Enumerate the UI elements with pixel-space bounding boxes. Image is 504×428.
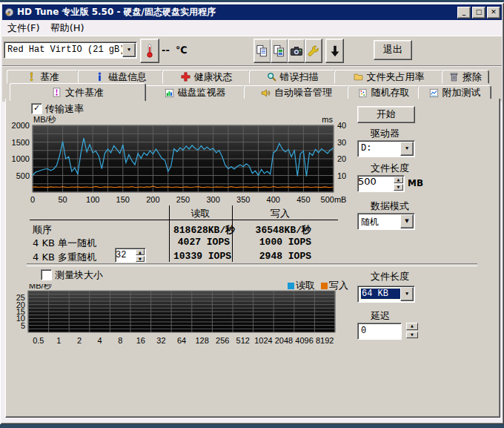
data-mode-arrow[interactable]: ▼ bbox=[400, 214, 414, 228]
maximize-button[interactable]: □ bbox=[472, 7, 485, 19]
health-cross-icon bbox=[181, 72, 190, 82]
tab-folder-usage[interactable]: 文件夹占用率 bbox=[334, 70, 443, 84]
app-window: HD Tune 专业版 5.50 - 硬盘/固态硬盘实用程序 _ □ ✕ 文件(… bbox=[0, 2, 504, 424]
svg-text:20: 20 bbox=[337, 154, 346, 163]
spin-up-icon: ▲ bbox=[139, 250, 142, 254]
options-button[interactable] bbox=[305, 39, 322, 63]
tab-label: 健康状态 bbox=[194, 70, 233, 84]
queue-depth-stepper[interactable]: 32 ▲ ▼ bbox=[115, 248, 146, 263]
data-mode-label: 数据模式 bbox=[371, 200, 409, 213]
svg-text:2048: 2048 bbox=[275, 336, 293, 345]
file-length-stepper[interactable]: 500 ▲ ▼ bbox=[357, 175, 405, 192]
svg-text:400: 400 bbox=[267, 195, 280, 204]
tab-benchmark[interactable]: 基准 bbox=[7, 70, 79, 84]
queue-depth-up-icon[interactable]: ▲ bbox=[136, 249, 145, 255]
block-size-checkbox[interactable] bbox=[41, 269, 52, 280]
svg-text:1000: 1000 bbox=[12, 154, 30, 163]
file-length-down[interactable]: ▼ bbox=[394, 184, 403, 191]
start-button-label: 开始 bbox=[377, 108, 396, 119]
svg-text:8: 8 bbox=[118, 336, 122, 345]
transfer-rate-checkbox-label: 传输速率 bbox=[45, 102, 84, 116]
svg-text:500mB: 500mB bbox=[321, 195, 347, 204]
block-file-length-dropdown[interactable]: 64 KB ▼ bbox=[357, 286, 415, 303]
drive-dropdown-value: D: bbox=[361, 143, 401, 154]
column-header-write: 写入 bbox=[232, 207, 328, 220]
tab-strip: 基准 磁盘信息 健康状态 错误扫描 文件夹占用率 擦除 文件基准 磁盘监视器 bbox=[2, 67, 502, 102]
delay-up-button[interactable]: ▲ bbox=[406, 323, 418, 330]
tab-label: 磁盘监视器 bbox=[178, 86, 226, 99]
data-mode-dropdown[interactable]: 随机 ▼ bbox=[357, 213, 415, 230]
close-button[interactable]: ✕ bbox=[487, 7, 500, 19]
svg-text:0: 0 bbox=[30, 195, 35, 204]
menu-file[interactable]: 文件(F) bbox=[2, 20, 45, 36]
start-button[interactable]: 开始 bbox=[357, 106, 415, 123]
folder-icon bbox=[354, 72, 363, 82]
tab-disk-monitor[interactable]: 磁盘监视器 bbox=[145, 85, 245, 100]
svg-text:10: 10 bbox=[337, 171, 346, 180]
drive-select-arrow[interactable]: ▼ bbox=[122, 43, 136, 57]
drive-label: 驱动器 bbox=[371, 127, 399, 140]
file-length-up[interactable]: ▲ bbox=[394, 177, 403, 183]
delay-stepper: ▲ ▼ bbox=[406, 323, 418, 338]
tab-health[interactable]: 健康状态 bbox=[162, 70, 251, 84]
menu-help[interactable]: 帮助(H) bbox=[45, 20, 90, 36]
save-button[interactable] bbox=[325, 39, 344, 63]
delay-input[interactable]: 0 bbox=[357, 323, 402, 340]
screenshot-button[interactable] bbox=[288, 39, 305, 63]
magnifier-icon bbox=[267, 72, 276, 82]
trash-icon bbox=[449, 72, 459, 82]
svg-text:256: 256 bbox=[216, 336, 229, 345]
temperature-unit: ℃ bbox=[176, 45, 188, 56]
tab-file-benchmark[interactable]: 文件基准 bbox=[10, 83, 146, 101]
svg-text:32: 32 bbox=[156, 336, 165, 345]
svg-text:ms: ms bbox=[322, 115, 333, 124]
benchmark-icon bbox=[27, 72, 36, 82]
chevron-down-icon: ▼ bbox=[405, 291, 408, 297]
tab-extra-tests[interactable]: 附加测试 bbox=[418, 85, 491, 100]
delay-value: 0 bbox=[361, 326, 366, 336]
queue-depth-down-icon[interactable]: ▼ bbox=[136, 256, 145, 262]
row-label-sequential: 顺序 bbox=[33, 223, 52, 237]
copy-text-button[interactable] bbox=[253, 39, 271, 63]
delay-label: 延迟 bbox=[371, 309, 390, 323]
svg-text:350: 350 bbox=[236, 195, 250, 204]
transfer-rate-checkbox[interactable]: ✓ bbox=[31, 103, 42, 114]
tab-label: 文件基准 bbox=[65, 86, 104, 99]
tab-label: 文件夹占用率 bbox=[367, 70, 425, 84]
svg-text:MB/秒: MB/秒 bbox=[29, 284, 53, 290]
minimize-button[interactable]: _ bbox=[457, 7, 471, 19]
tab-disk-info[interactable]: 磁盘信息 bbox=[78, 70, 164, 84]
wrench-icon bbox=[307, 45, 320, 58]
title-bar[interactable]: HD Tune 专业版 5.50 - 硬盘/固态硬盘实用程序 _ □ ✕ bbox=[2, 4, 502, 20]
copy-image-button[interactable] bbox=[271, 39, 288, 63]
svg-text:4: 4 bbox=[98, 336, 102, 345]
svg-text:500: 500 bbox=[16, 171, 30, 180]
drive-dropdown-arrow[interactable]: ▼ bbox=[400, 142, 414, 156]
drive-select-value: Red Hat VirtIO (21 gB) bbox=[7, 45, 123, 55]
svg-text:40: 40 bbox=[337, 121, 346, 130]
block-file-length-label: 文件长度 bbox=[371, 270, 409, 283]
tab-error-scan[interactable]: 错误扫描 bbox=[249, 70, 336, 84]
bar-chart-icon bbox=[165, 88, 174, 98]
drive-dropdown[interactable]: D: ▼ bbox=[357, 140, 415, 157]
exit-button[interactable]: 退出 bbox=[374, 40, 412, 60]
down-arrow-icon bbox=[328, 45, 342, 58]
svg-text:5: 5 bbox=[21, 321, 25, 330]
drive-select[interactable]: Red Hat VirtIO (21 gB) ▼ bbox=[4, 42, 137, 59]
column-header-read: 读取 bbox=[169, 207, 232, 220]
svg-text:150: 150 bbox=[116, 195, 130, 204]
temperature-button[interactable] bbox=[140, 39, 159, 63]
extra-tests-icon bbox=[429, 88, 439, 98]
tab-erase[interactable]: 擦除 bbox=[442, 70, 489, 84]
tab-label: 附加测试 bbox=[442, 86, 481, 99]
queue-depth-value: 32 bbox=[116, 250, 126, 260]
spin-down-icon: ▼ bbox=[139, 257, 142, 261]
spin-down-icon: ▼ bbox=[397, 185, 400, 189]
file-benchmark-icon bbox=[52, 88, 62, 97]
tab-auto-acoustic[interactable]: 自动噪音管理 bbox=[244, 85, 349, 100]
chevron-down-icon: ▼ bbox=[405, 218, 408, 224]
file-length-unit: MB bbox=[408, 178, 423, 188]
tab-random-access[interactable]: 随机存取 bbox=[348, 85, 420, 100]
delay-down-button[interactable]: ▼ bbox=[406, 332, 418, 339]
block-file-length-arrow[interactable]: ▼ bbox=[400, 287, 414, 301]
